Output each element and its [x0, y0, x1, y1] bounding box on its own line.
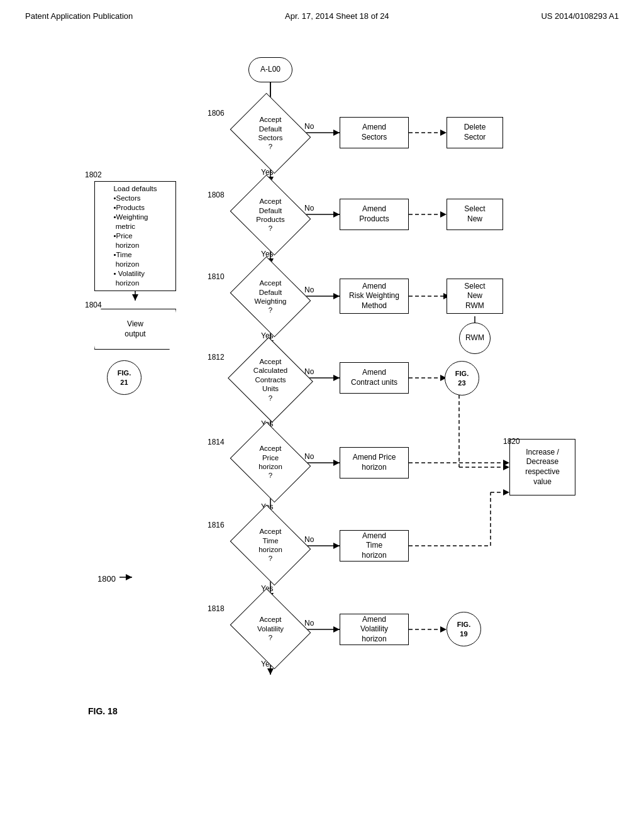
amend-sectors-label: AmendSectors	[362, 123, 387, 142]
label-1816: 1816	[208, 521, 225, 529]
fig21-node: FIG.21	[107, 360, 142, 395]
svg-marker-50	[333, 460, 340, 466]
svg-marker-33	[440, 211, 447, 218]
svg-marker-21	[267, 668, 274, 675]
node-1814: AcceptPricehorizon?	[239, 436, 302, 488]
fig23-node: FIG.23	[445, 361, 479, 396]
header-center: Apr. 17, 2014 Sheet 18 of 24	[285, 11, 389, 21]
diagram-area: Yes Yes Yes Yes Yes Yes Yes No	[0, 27, 644, 819]
svg-marker-60	[503, 489, 509, 495]
node-1808-label: AcceptDefaultProducts?	[256, 197, 284, 233]
svg-marker-55	[333, 543, 340, 549]
amend-price-label: Amend Pricehorizon	[353, 453, 396, 472]
svg-marker-65	[440, 626, 447, 633]
amend-products-label: AmendProducts	[359, 204, 389, 224]
aloo-label: A-L00	[260, 65, 280, 75]
svg-marker-35	[333, 293, 340, 299]
label-1802: 1802	[85, 170, 102, 179]
node-1820: Increase /Decreaserespectivevalue	[509, 439, 575, 495]
node-1818-label: AcceptVolatility?	[257, 615, 284, 642]
fig23-label: FIG.23	[455, 369, 469, 387]
svg-marker-28	[440, 130, 447, 136]
node-1816-label: AcceptTimehorizon?	[258, 527, 282, 563]
select-new-label: SelectNew	[464, 204, 485, 224]
svg-marker-71	[126, 574, 132, 580]
node-1808: AcceptDefaultProducts?	[239, 189, 302, 241]
label-1814: 1814	[208, 438, 225, 446]
svg-marker-62	[333, 626, 340, 633]
arrows-svg: Yes Yes Yes Yes Yes Yes Yes No	[0, 27, 644, 819]
node-1814-label: AcceptPricehorizon?	[258, 444, 282, 480]
label-1818: 1818	[208, 604, 225, 613]
svg-marker-53	[503, 460, 509, 466]
amend-sectors-node: AmendSectors	[340, 117, 409, 148]
select-new-node: SelectNew	[447, 199, 503, 230]
amend-vol-label: AmendVolatilityhorizon	[360, 615, 388, 645]
svg-text:No: No	[304, 619, 314, 628]
arrow-1800	[97, 565, 135, 584]
node-1816: AcceptTimehorizon?	[239, 519, 302, 571]
load-defaults-node: Load defaults•Sectors•Products•Weighting…	[94, 181, 176, 291]
svg-text:No: No	[304, 204, 314, 213]
delete-sector-label: DeleteSector	[464, 123, 486, 142]
page-header: Patent Application Publication Apr. 17, …	[0, 0, 644, 21]
node-1806-label: AcceptDefaultSectors?	[258, 115, 283, 152]
amend-price-node: Amend Pricehorizon	[340, 447, 409, 479]
fig18-label: FIG. 18	[88, 706, 118, 716]
node-1812: AcceptCalculatedContractsUnits?	[239, 351, 302, 409]
svg-marker-30	[333, 211, 340, 218]
aloo-node: A-L00	[248, 57, 292, 82]
svg-text:No: No	[304, 122, 314, 131]
amend-rwm-node: AmendRisk WeightingMethod	[340, 279, 409, 314]
label-1812: 1812	[208, 353, 225, 362]
node-1820-label: Increase /Decreaserespectivevalue	[525, 448, 560, 487]
view-output-label: Viewoutput	[125, 319, 145, 339]
amend-time-label: AmendTimehorizon	[362, 531, 386, 561]
svg-marker-67	[132, 294, 138, 301]
node-1812-label: AcceptCalculatedContractsUnits?	[253, 357, 287, 402]
amend-products-node: AmendProducts	[340, 199, 409, 230]
label-1820: 1820	[503, 437, 520, 446]
amend-time-node: AmendTimehorizon	[340, 530, 409, 562]
amend-contracts-node: AmendContract units	[340, 362, 409, 394]
node-1810-label: AcceptDefaultWeighting?	[255, 279, 287, 315]
header-right: US 2014/0108293 A1	[541, 11, 619, 21]
node-1806: AcceptDefaultSectors?	[239, 108, 302, 159]
rwm-label: RWM	[465, 333, 484, 343]
node-1810: AcceptDefaultWeighting?	[239, 271, 302, 323]
fig19-label: FIG.19	[457, 620, 470, 638]
node-1818: AcceptVolatility?	[239, 603, 302, 655]
svg-marker-42	[333, 375, 340, 381]
svg-text:No: No	[304, 535, 314, 544]
rwm-node: RWM	[459, 323, 491, 354]
label-1804: 1804	[85, 301, 102, 309]
fig19-node: FIG.19	[447, 612, 481, 646]
svg-text:No: No	[304, 452, 314, 461]
amend-contracts-label: AmendContract units	[351, 368, 397, 387]
view-output-node: Viewoutput	[94, 309, 176, 350]
amend-rwm-label: AmendRisk WeightingMethod	[349, 282, 399, 311]
header-left: Patent Application Publication	[25, 11, 133, 21]
label-1808: 1808	[208, 191, 225, 199]
select-new-rwm-label: SelectNewRWM	[464, 282, 485, 311]
label-1810: 1810	[208, 272, 225, 281]
load-defaults-label: Load defaults•Sectors•Products•Weighting…	[109, 180, 160, 291]
svg-text:No: No	[304, 285, 314, 294]
label-1806: 1806	[208, 109, 225, 118]
fig21-label: FIG.21	[118, 368, 131, 387]
amend-vol-node: AmendVolatilityhorizon	[340, 614, 409, 645]
svg-marker-48	[503, 464, 509, 470]
svg-marker-25	[333, 130, 340, 136]
delete-sector-node: DeleteSector	[447, 117, 503, 148]
select-new-rwm-node: SelectNewRWM	[447, 279, 503, 314]
